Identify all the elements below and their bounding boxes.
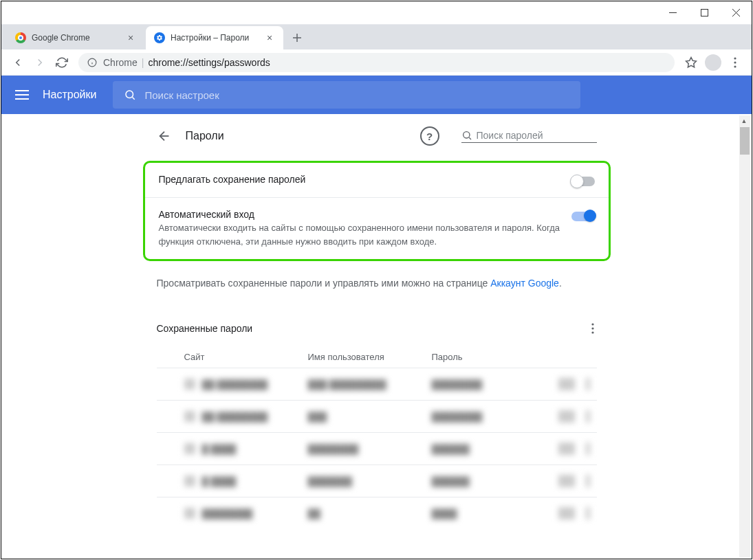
settings-body: Пароли ? Предлагать сохранение паролей xyxy=(1,114,752,559)
svg-point-11 xyxy=(734,61,736,63)
tab-title: Настройки – Пароли xyxy=(171,33,264,43)
offer-save-toggle[interactable] xyxy=(571,177,595,186)
offer-save-title: Предлагать сохранение паролей xyxy=(159,174,571,185)
page-header: Пароли ? xyxy=(143,114,611,155)
search-icon xyxy=(124,89,136,101)
manage-passwords-text: Просматривать сохраненные пароли и управ… xyxy=(143,267,611,300)
browser-window: Google Chrome × Настройки – Пароли × Chr… xyxy=(1,1,752,559)
password-search[interactable] xyxy=(461,130,597,143)
forward-button[interactable] xyxy=(29,52,51,74)
row-menu-button[interactable] xyxy=(586,475,590,487)
reload-button[interactable] xyxy=(51,52,73,74)
toolbar: Chrome | chrome://settings/passwords xyxy=(1,49,752,76)
site-cell: ██ ████████ xyxy=(202,412,268,422)
toggles-card: Предлагать сохранение паролей Автоматиче… xyxy=(143,161,611,261)
site-favicon xyxy=(184,411,195,422)
saved-passwords-title: Сохраненные пароли xyxy=(157,323,253,334)
google-account-link[interactable]: Аккаунт Google xyxy=(490,278,559,289)
user-cell: ███ xyxy=(308,412,327,422)
site-favicon xyxy=(184,508,195,519)
user-cell: ███████ xyxy=(308,476,352,486)
new-tab-button[interactable] xyxy=(287,28,307,47)
tab-title: Google Chrome xyxy=(32,33,125,43)
tab-0[interactable]: Google Chrome × xyxy=(7,26,144,49)
settings-search[interactable] xyxy=(113,81,580,109)
bookmark-button[interactable] xyxy=(680,52,702,74)
auto-login-row: Автоматический вход Автоматически входит… xyxy=(145,198,609,259)
chrome-menu-button[interactable] xyxy=(724,52,746,74)
address-bar[interactable]: Chrome | chrome://settings/passwords xyxy=(78,53,675,72)
svg-point-22 xyxy=(591,327,593,329)
row-menu-button[interactable] xyxy=(586,507,590,519)
profile-button[interactable] xyxy=(702,52,724,74)
settings-search-input[interactable] xyxy=(144,89,569,101)
table-row[interactable]: ██████████████ xyxy=(157,497,597,529)
svg-point-21 xyxy=(591,323,593,325)
user-cell: ███ █████████ xyxy=(308,379,386,390)
col-user: Имя пользователя xyxy=(308,352,432,362)
more-options-button[interactable] xyxy=(589,320,597,337)
avatar-icon xyxy=(705,54,721,71)
svg-line-20 xyxy=(469,137,471,139)
search-icon xyxy=(461,130,472,141)
auto-login-desc: Автоматически входить на сайты с помощью… xyxy=(159,221,571,248)
scroll-up-icon[interactable]: ▲ xyxy=(739,115,749,126)
table-header: Сайт Имя пользователя Пароль xyxy=(157,344,597,368)
passwords-table: Сайт Имя пользователя Пароль ██ ████████… xyxy=(157,344,597,529)
site-cell: ████████ xyxy=(202,508,253,519)
minimize-button[interactable] xyxy=(657,1,688,25)
show-password-button[interactable] xyxy=(558,475,575,487)
site-cell: █ ████ xyxy=(202,476,237,486)
table-row[interactable]: ██ ███████████ █████████████████ xyxy=(157,368,597,400)
settings-title: Настройки xyxy=(43,89,96,101)
help-button[interactable]: ? xyxy=(420,126,439,146)
pass-cell: ██████ xyxy=(432,476,470,486)
address-path: chrome://settings/passwords xyxy=(148,57,270,68)
svg-point-12 xyxy=(734,65,736,67)
show-password-button[interactable] xyxy=(558,443,575,455)
svg-line-17 xyxy=(133,97,135,99)
svg-rect-1 xyxy=(701,10,708,16)
auto-login-title: Автоматический вход xyxy=(159,209,571,220)
scroll-thumb[interactable] xyxy=(740,127,750,155)
close-icon[interactable]: × xyxy=(125,32,136,43)
table-row[interactable]: █ ██████████████████ xyxy=(157,432,597,464)
show-password-button[interactable] xyxy=(558,507,575,519)
show-password-button[interactable] xyxy=(558,410,575,423)
hamburger-icon[interactable] xyxy=(15,90,29,100)
maximize-button[interactable] xyxy=(688,1,720,25)
table-row[interactable]: ██ ███████████████████ xyxy=(157,400,597,432)
table-row[interactable]: █ █████████████████ xyxy=(157,464,597,497)
site-info-icon[interactable] xyxy=(87,57,98,68)
back-button[interactable] xyxy=(7,52,29,74)
site-favicon xyxy=(184,443,195,454)
row-menu-button[interactable] xyxy=(586,410,590,423)
col-pass: Пароль xyxy=(432,352,514,362)
row-menu-button[interactable] xyxy=(586,378,590,390)
settings-header: Настройки xyxy=(1,76,752,114)
close-icon[interactable]: × xyxy=(264,32,275,43)
site-cell: ██ ████████ xyxy=(202,379,268,390)
tab-1[interactable]: Настройки – Пароли × xyxy=(146,26,283,49)
window-titlebar xyxy=(1,1,752,25)
svg-rect-0 xyxy=(669,12,677,13)
svg-point-19 xyxy=(463,131,469,137)
user-cell: ██ xyxy=(308,508,320,519)
close-button[interactable] xyxy=(720,1,752,25)
svg-marker-9 xyxy=(686,57,697,67)
address-origin: Chrome xyxy=(103,57,138,68)
scrollbar[interactable]: ▲ xyxy=(739,115,750,557)
col-site: Сайт xyxy=(184,352,308,362)
pass-cell: ████████ xyxy=(432,379,483,390)
user-cell: ████████ xyxy=(308,444,359,454)
back-arrow-button[interactable] xyxy=(157,128,172,144)
password-search-input[interactable] xyxy=(477,130,597,141)
auto-login-toggle[interactable] xyxy=(571,212,595,221)
row-menu-button[interactable] xyxy=(586,443,590,455)
offer-save-row: Предлагать сохранение паролей xyxy=(145,163,609,198)
saved-passwords-section: Сохраненные пароли Сайт Имя пользователя… xyxy=(143,313,611,529)
svg-point-10 xyxy=(734,57,736,59)
site-favicon xyxy=(184,475,195,486)
show-password-button[interactable] xyxy=(558,378,575,390)
svg-point-16 xyxy=(126,91,133,98)
